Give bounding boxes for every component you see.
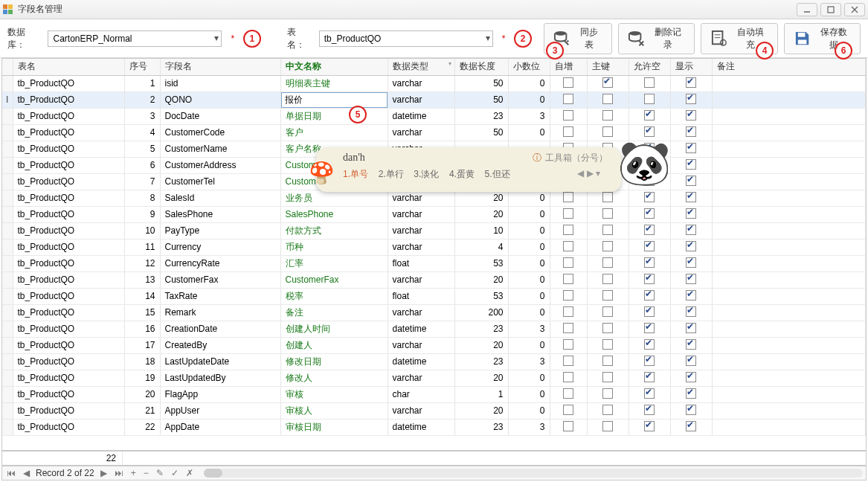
checkbox[interactable]: [602, 274, 613, 284]
checkbox[interactable]: [602, 94, 613, 104]
checkbox[interactable]: [686, 290, 696, 301]
checkbox[interactable]: [563, 356, 573, 366]
table-row[interactable]: tb_ProductQO10PayType付款方式varchar100: [2, 222, 866, 239]
db-input[interactable]: [48, 30, 222, 47]
close-button[interactable]: [844, 3, 865, 16]
checkbox[interactable]: [644, 323, 655, 333]
checkbox[interactable]: [602, 421, 613, 431]
checkbox[interactable]: [686, 77, 696, 88]
checkbox[interactable]: [644, 192, 655, 202]
checkbox[interactable]: [563, 339, 573, 350]
checkbox[interactable]: [644, 257, 655, 268]
checkbox[interactable]: [602, 257, 613, 268]
col-table[interactable]: 表名: [13, 59, 124, 75]
checkbox[interactable]: [563, 421, 573, 431]
checkbox[interactable]: [644, 421, 655, 431]
nav-edit[interactable]: ✎: [155, 468, 165, 478]
checkbox[interactable]: [686, 143, 696, 153]
checkbox[interactable]: [563, 274, 573, 284]
table-row[interactable]: tb_ProductQO12CurrencyRate汇率float530: [2, 255, 866, 271]
checkbox[interactable]: [686, 274, 696, 284]
nav-del[interactable]: −: [142, 468, 150, 478]
checkbox[interactable]: [563, 388, 573, 399]
table-row[interactable]: tb_ProductQO11Currency币种varchar40: [2, 239, 866, 255]
checkbox[interactable]: [602, 405, 613, 415]
scroll-thumb[interactable]: [204, 469, 222, 478]
checkbox[interactable]: [644, 274, 655, 284]
table-row[interactable]: tb_ProductQO19LastUpdatedBy修改人varchar200: [2, 370, 866, 386]
checkbox[interactable]: [644, 339, 655, 350]
h-scrollbar[interactable]: [204, 469, 863, 478]
checkbox[interactable]: [686, 405, 696, 415]
checkbox[interactable]: [602, 208, 613, 219]
table-row[interactable]: tb_ProductQO1isid明细表主键varchar500: [2, 75, 866, 91]
col-field[interactable]: 字段名: [160, 59, 280, 75]
nav-add[interactable]: +: [129, 468, 138, 478]
ime-page-nav[interactable]: ◀ ▶ ▾: [577, 168, 600, 179]
checkbox[interactable]: [563, 110, 573, 120]
checkbox[interactable]: [602, 356, 613, 366]
table-row[interactable]: Itb_ProductQO2QONOvarchar500: [2, 91, 866, 108]
checkbox[interactable]: [686, 225, 696, 235]
checkbox[interactable]: [644, 241, 655, 251]
checkbox[interactable]: [686, 339, 696, 350]
checkbox[interactable]: [686, 110, 696, 120]
table-row[interactable]: tb_ProductQO9SalesPhoneSalesPhonevarchar…: [2, 206, 866, 222]
checkbox[interactable]: [563, 208, 573, 219]
checkbox[interactable]: [686, 159, 696, 170]
checkbox[interactable]: [644, 126, 655, 137]
checkbox[interactable]: [686, 421, 696, 431]
checkbox[interactable]: [686, 241, 696, 251]
cn-edit-input[interactable]: [281, 92, 388, 108]
checkbox[interactable]: [686, 306, 696, 317]
table-row[interactable]: tb_ProductQO16CreationDate创建人时间datetime2…: [2, 321, 866, 337]
checkbox[interactable]: [563, 306, 573, 317]
col-len[interactable]: 数据长度: [454, 59, 508, 75]
table-row[interactable]: tb_ProductQO3DocDate单据日期datetime233: [2, 108, 866, 124]
checkbox[interactable]: [563, 323, 573, 333]
nav-last[interactable]: ⏭: [113, 468, 125, 478]
checkbox[interactable]: [563, 192, 573, 202]
checkbox[interactable]: [602, 77, 613, 88]
checkbox[interactable]: [563, 257, 573, 268]
checkbox[interactable]: [602, 372, 613, 382]
table-row[interactable]: tb_ProductQO8SalesId业务员varchar200: [2, 190, 866, 206]
minimize-button[interactable]: [797, 3, 817, 16]
table-row[interactable]: tb_ProductQO15Remark备注varchar2000: [2, 304, 866, 321]
checkbox[interactable]: [602, 388, 613, 399]
col-dec[interactable]: 小数位: [508, 59, 550, 75]
checkbox[interactable]: [602, 225, 613, 235]
table-row[interactable]: tb_ProductQO22AppDate审核日期datetime233: [2, 419, 866, 435]
delete-button[interactable]: 删除记录: [618, 23, 695, 54]
maximize-button[interactable]: [820, 3, 841, 16]
checkbox[interactable]: [686, 388, 696, 399]
checkbox[interactable]: [563, 290, 573, 301]
table-input[interactable]: [319, 30, 493, 47]
checkbox[interactable]: [602, 290, 613, 301]
checkbox[interactable]: [686, 126, 696, 137]
nav-ok[interactable]: ✓: [170, 468, 180, 478]
checkbox[interactable]: [644, 306, 655, 317]
col-cn[interactable]: 中文名称: [280, 59, 388, 75]
checkbox[interactable]: [686, 257, 696, 268]
nav-cancel[interactable]: ✗: [184, 468, 195, 478]
nav-next[interactable]: ▶: [99, 468, 109, 478]
checkbox[interactable]: [644, 388, 655, 399]
col-remark[interactable]: 备注: [712, 59, 866, 75]
checkbox[interactable]: [563, 126, 573, 137]
col-dtype[interactable]: 数据类型▾: [388, 59, 454, 75]
table-row[interactable]: tb_ProductQO14TaxRate税率float530: [2, 288, 866, 304]
db-combo[interactable]: ▾: [48, 30, 222, 47]
checkbox[interactable]: [686, 192, 696, 202]
col-show[interactable]: 显示: [670, 59, 712, 75]
checkbox[interactable]: [602, 126, 613, 137]
col-pk[interactable]: 主键: [587, 59, 629, 75]
checkbox[interactable]: [563, 372, 573, 382]
table-row[interactable]: tb_ProductQO20FlagApp审核char10: [2, 386, 866, 402]
checkbox[interactable]: [644, 77, 655, 88]
table-row[interactable]: tb_ProductQO18LastUpdateDate修改日期datetime…: [2, 353, 866, 370]
checkbox[interactable]: [686, 323, 696, 333]
col-auto[interactable]: 自增: [550, 59, 587, 75]
table-combo[interactable]: ▾: [319, 30, 493, 47]
col-null[interactable]: 允许空: [629, 59, 670, 75]
